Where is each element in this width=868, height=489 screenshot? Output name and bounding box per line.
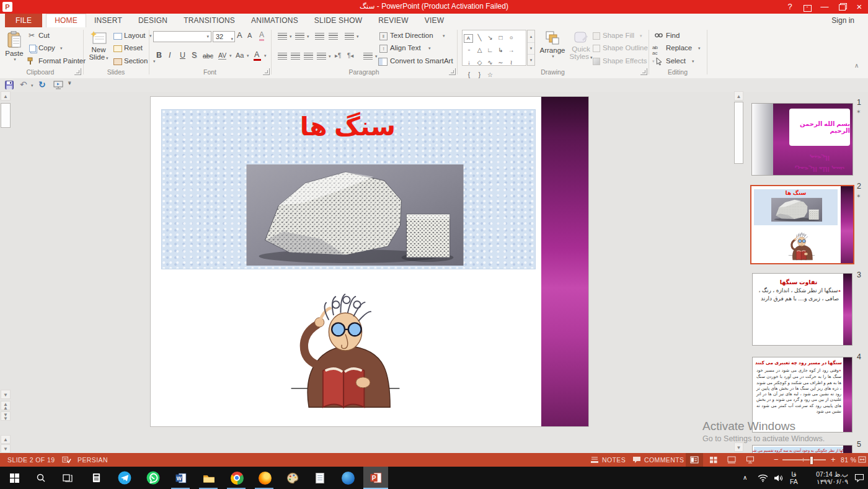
- change-case-button[interactable]: Aa: [236, 52, 244, 59]
- tray-clock[interactable]: 07:14 ب.ظ ۱۳۹۹/۰۶/۰۹: [805, 470, 848, 485]
- convert-smartart-button[interactable]: Convert to SmartArt: [390, 57, 453, 65]
- thumbnail-scroll-up-icon[interactable]: ▲: [734, 91, 743, 101]
- editor-scrollbar-thumb[interactable]: [1, 103, 11, 128]
- shapes-scroll-up-icon[interactable]: ▴: [528, 30, 534, 43]
- spell-check-icon[interactable]: [62, 456, 71, 464]
- redo-icon[interactable]: ↻: [38, 79, 46, 89]
- granite-rocks-image[interactable]: [246, 164, 464, 266]
- tray-language-indicator[interactable]: فا FA: [790, 470, 798, 485]
- comments-toggle[interactable]: COMMENTS: [632, 453, 684, 467]
- ltr-direction-icon[interactable]: ¶◂: [347, 52, 353, 59]
- align-left-icon[interactable]: [278, 53, 287, 60]
- normal-view-button[interactable]: [686, 453, 703, 467]
- restore-button[interactable]: [833, 0, 851, 14]
- decrease-indent-icon[interactable]: [315, 33, 324, 40]
- zoom-slider-track[interactable]: [782, 459, 826, 460]
- shape-triangle-icon[interactable]: △: [474, 45, 485, 56]
- shapes-gallery-more-icon[interactable]: ▾: [528, 55, 534, 66]
- wifi-icon[interactable]: [758, 474, 768, 482]
- shape-diamond-icon[interactable]: ◇: [474, 57, 485, 68]
- clear-formatting-button[interactable]: A: [259, 30, 264, 41]
- slide-sorter-view-button[interactable]: [704, 453, 722, 467]
- taskbar-firefox-button[interactable]: [252, 467, 278, 489]
- taskbar-search-button[interactable]: [28, 467, 54, 489]
- taskbar-calculator-button[interactable]: [83, 467, 109, 489]
- align-right-icon[interactable]: [304, 53, 313, 60]
- reading-view-button[interactable]: [723, 453, 740, 467]
- replace-button[interactable]: Replace: [666, 44, 692, 52]
- slide-thumbnail-5[interactable]: سنگها از نظر چگونگی به وجود آمدن به سه گ…: [752, 445, 852, 453]
- text-direction-button[interactable]: Text Direction: [390, 32, 433, 39]
- shape-right-arrow-icon[interactable]: →: [506, 45, 516, 56]
- help-icon[interactable]: ?: [781, 0, 799, 14]
- language-indicator[interactable]: PERSIAN: [78, 456, 108, 464]
- tab-design[interactable]: DESIGN: [130, 14, 175, 27]
- font-name-combobox[interactable]: ▾: [153, 31, 211, 42]
- font-color-button[interactable]: A: [254, 50, 259, 59]
- shape-rectangle-icon[interactable]: □: [495, 32, 506, 43]
- minimize-button[interactable]: —: [816, 0, 833, 14]
- tab-slide-show[interactable]: SLIDE SHOW: [306, 14, 370, 27]
- shape-down-arrow-icon[interactable]: ↓: [464, 57, 474, 68]
- shapes-scroll-down-icon[interactable]: ▾: [528, 43, 534, 55]
- taskbar-powerpoint-active-tile[interactable]: P: [363, 467, 388, 489]
- quick-styles-button[interactable]: Quick Styles▾: [568, 31, 594, 60]
- shape-textbox-icon[interactable]: A: [464, 34, 473, 43]
- paragraph-dialog-launcher-icon[interactable]: [449, 68, 456, 75]
- font-dialog-launcher-icon[interactable]: [263, 68, 270, 75]
- shrink-font-button[interactable]: A: [247, 32, 252, 39]
- text-shadow-button[interactable]: S: [192, 51, 197, 60]
- collapse-ribbon-icon[interactable]: ∧: [854, 62, 859, 69]
- taskbar-telegram-button[interactable]: [112, 467, 138, 489]
- zoom-level[interactable]: 81 %: [841, 456, 857, 464]
- shape-curve-icon[interactable]: ≀: [506, 57, 516, 68]
- arrange-button[interactable]: Arrange ▾: [538, 31, 567, 59]
- reset-button[interactable]: Reset: [124, 44, 143, 52]
- slide-accent-strip[interactable]: [541, 97, 588, 426]
- tab-insert[interactable]: INSERT: [86, 14, 130, 27]
- shape-outline-button[interactable]: Shape Outline: [603, 44, 648, 52]
- taskbar-whatsapp-button[interactable]: [140, 467, 166, 489]
- tab-review[interactable]: REVIEW: [370, 14, 417, 27]
- task-view-button[interactable]: [55, 467, 81, 489]
- tray-expand-chevron-icon[interactable]: ∧: [743, 474, 747, 481]
- notes-toggle[interactable]: NOTES: [590, 453, 626, 467]
- rtl-direction-icon[interactable]: ▸¶: [335, 52, 341, 59]
- bullets-icon[interactable]: [278, 33, 287, 40]
- shape-elbow-arrow-icon[interactable]: ↳: [495, 45, 506, 56]
- save-icon[interactable]: [5, 81, 14, 89]
- line-spacing-icon[interactable]: [345, 33, 354, 40]
- editor-scroll-up-icon[interactable]: ▲: [1, 91, 11, 101]
- close-button[interactable]: ×: [851, 0, 868, 14]
- left-extra-scroll-up-icon[interactable]: ▲: [1, 435, 11, 444]
- cartoon-reader-image[interactable]: [286, 289, 404, 413]
- clipboard-dialog-launcher-icon[interactable]: [74, 68, 81, 75]
- action-center-icon[interactable]: [854, 473, 864, 482]
- slide-thumbnail-1[interactable]: بسم الله الرحمن الرحيم بسم الله الرحمن ا…: [751, 103, 853, 176]
- font-size-combobox[interactable]: 32▾: [213, 31, 235, 42]
- taskbar-file-explorer-button[interactable]: [196, 467, 222, 489]
- start-from-beginning-icon[interactable]: [53, 81, 63, 89]
- cut-button[interactable]: Cut: [38, 32, 50, 39]
- justify-icon[interactable]: [317, 53, 326, 60]
- shape-elbow-icon[interactable]: ∟: [485, 45, 495, 56]
- shape-arrow-icon[interactable]: ↘: [485, 32, 495, 43]
- zoom-slider-thumb[interactable]: [810, 456, 813, 465]
- new-slide-button[interactable]: New Slide▾: [87, 31, 110, 61]
- shape-fill-button[interactable]: Shape Fill: [603, 32, 634, 39]
- previous-slide-button[interactable]: ▲▲: [1, 401, 11, 410]
- paste-button[interactable]: Paste ▾: [5, 31, 24, 62]
- numbering-icon[interactable]: [295, 33, 304, 40]
- align-center-icon[interactable]: [291, 53, 300, 60]
- grow-font-button[interactable]: A: [237, 30, 242, 40]
- zoom-out-button[interactable]: −: [774, 455, 779, 464]
- fit-to-window-icon[interactable]: [858, 456, 866, 463]
- tab-animations[interactable]: ANIMATIONS: [243, 14, 306, 27]
- undo-icon[interactable]: ↶: [20, 79, 27, 89]
- ribbon-display-options-icon[interactable]: ⌃: [799, 0, 816, 14]
- underline-button[interactable]: U: [180, 51, 185, 60]
- zoom-in-button[interactable]: +: [831, 455, 836, 464]
- select-button[interactable]: Select: [666, 57, 686, 65]
- find-button[interactable]: Find: [666, 32, 680, 39]
- character-spacing-button[interactable]: AV: [218, 52, 226, 60]
